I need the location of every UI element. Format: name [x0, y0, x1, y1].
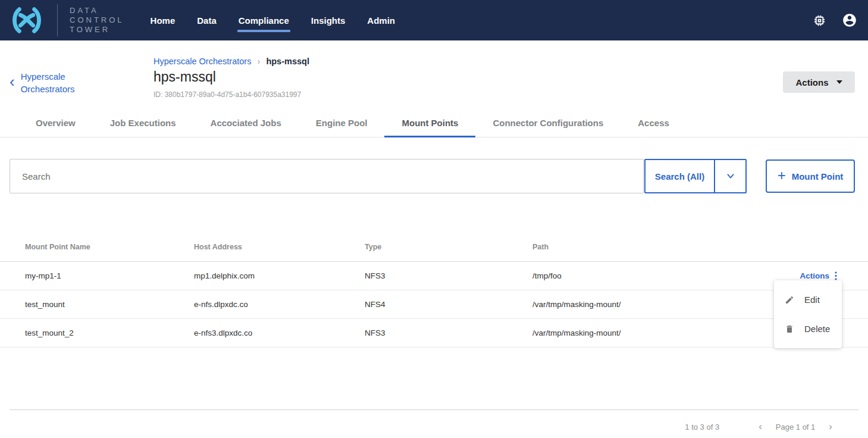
brand-title: DATA CONTROL TOWER: [70, 6, 124, 35]
pagination-prev-icon[interactable]: ‹: [756, 421, 764, 433]
tab-engine-pool[interactable]: Engine Pool: [299, 108, 385, 137]
pagination: 1 to 3 of 3 ‹ Page 1 of 1 ›: [685, 419, 835, 434]
nav-insights[interactable]: Insights: [311, 12, 346, 29]
back-link-label: Hyperscale Orchestrators: [21, 70, 91, 95]
cell-path: /var/tmp/masking-mount/: [532, 328, 748, 337]
brand: DATA CONTROL TOWER: [8, 4, 124, 36]
back-link[interactable]: ‹ Hyperscale Orchestrators: [10, 70, 91, 95]
row-actions-label: Actions: [800, 271, 829, 280]
pagination-range: 1 to 3 of 3: [685, 423, 719, 431]
tab-accociated-jobs[interactable]: Accociated Jobs: [193, 108, 299, 137]
brand-divider: [57, 4, 58, 36]
nav-admin[interactable]: Admin: [367, 12, 395, 29]
add-mount-point-label: Mount Point: [792, 171, 844, 182]
trash-icon: [785, 324, 794, 334]
cell-path: /var/tmp/masking-mount/: [532, 300, 748, 309]
menu-item-delete-label: Delete: [804, 324, 830, 334]
cell-mount-point-name: test_mount: [25, 300, 194, 309]
page-title: hps-mssql: [153, 69, 216, 85]
caret-down-icon: [836, 80, 842, 84]
menu-item-edit[interactable]: Edit: [774, 285, 842, 314]
mount-points-table: Mount Point Name Host Address Type Path …: [0, 232, 868, 348]
table-row[interactable]: test_mount_2 e-nfs3.dlpxdc.co NFS3 /var/…: [0, 319, 868, 348]
tab-bar: Overview Job Executions Accociated Jobs …: [0, 108, 868, 137]
top-navbar: DATA CONTROL TOWER Home Data Compliance …: [0, 0, 868, 40]
chevron-down-icon: [725, 171, 736, 182]
cell-host-address: mp1.delphix.com: [194, 271, 365, 280]
row-actions-menu: Edit Delete: [774, 280, 842, 348]
menu-item-edit-label: Edit: [804, 295, 820, 305]
breadcrumb-current: hps-mssql: [266, 57, 309, 66]
column-header-path: Path: [532, 243, 748, 251]
column-header-mount-point-name: Mount Point Name: [25, 243, 194, 251]
tab-access[interactable]: Access: [621, 108, 687, 137]
footer-divider: [10, 409, 858, 410]
breadcrumb-separator-icon: ›: [257, 56, 260, 66]
search-options-button[interactable]: [715, 160, 745, 192]
main-nav: Home Data Compliance Insights Admin: [151, 0, 395, 40]
kebab-menu-icon: [835, 271, 837, 280]
nav-home[interactable]: Home: [151, 12, 176, 29]
tab-connector-configurations[interactable]: Connector Configurations: [475, 108, 621, 137]
breadcrumb-parent-link[interactable]: Hyperscale Orchestrators: [153, 57, 251, 66]
plus-icon: +: [778, 168, 786, 183]
tab-job-executions[interactable]: Job Executions: [93, 108, 193, 137]
delphix-logo-icon: [8, 5, 45, 35]
nav-compliance[interactable]: Compliance: [239, 12, 289, 29]
cell-host-address: e-nfs3.dlpxdc.co: [194, 328, 365, 337]
cell-host-address: e-nfs.dlpxdc.co: [194, 300, 365, 309]
brand-line-1: DATA: [70, 6, 124, 15]
brand-line-3: TOWER: [70, 25, 124, 35]
tab-mount-points[interactable]: Mount Points: [384, 108, 475, 137]
account-icon[interactable]: [842, 12, 857, 28]
page-actions-button[interactable]: Actions: [783, 71, 855, 93]
orchestrator-id: ID: 380b1797-89a0-4d75-a1b4-607935a31997: [153, 90, 301, 99]
cell-path: /tmp/foo: [532, 271, 748, 280]
tab-overview[interactable]: Overview: [18, 108, 93, 137]
table-header-row: Mount Point Name Host Address Type Path: [0, 232, 868, 262]
row-actions-button[interactable]: Actions: [800, 271, 837, 280]
search-input[interactable]: [10, 159, 644, 193]
cell-type: NFS3: [365, 271, 532, 280]
cell-mount-point-name: my-mp1-1: [25, 271, 194, 280]
breadcrumb: Hyperscale Orchestrators › hps-mssql: [153, 56, 309, 66]
cpu-chip-icon[interactable]: [813, 14, 826, 27]
pagination-next-icon[interactable]: ›: [826, 421, 835, 433]
add-mount-point-button[interactable]: + Mount Point: [766, 159, 855, 193]
table-row[interactable]: my-mp1-1 mp1.delphix.com NFS3 /tmp/foo A…: [0, 262, 868, 290]
table-row[interactable]: test_mount e-nfs.dlpxdc.co NFS4 /var/tmp…: [0, 290, 868, 319]
navbar-right: [813, 12, 857, 28]
cell-type: NFS4: [365, 300, 532, 309]
pagination-page: Page 1 of 1: [776, 423, 816, 431]
column-header-host-address: Host Address: [194, 243, 365, 251]
page-actions-button-label: Actions: [795, 77, 828, 87]
column-header-type: Type: [365, 243, 532, 251]
search-all-button[interactable]: Search (All): [645, 160, 715, 192]
pencil-icon: [785, 295, 794, 305]
back-chevron-icon: ‹: [10, 75, 15, 88]
brand-line-2: CONTROL: [70, 15, 124, 25]
nav-data[interactable]: Data: [197, 12, 217, 29]
cell-type: NFS3: [365, 328, 532, 337]
menu-item-delete[interactable]: Delete: [774, 314, 842, 343]
cell-mount-point-name: test_mount_2: [25, 328, 194, 337]
search-button-group: Search (All): [644, 159, 747, 193]
